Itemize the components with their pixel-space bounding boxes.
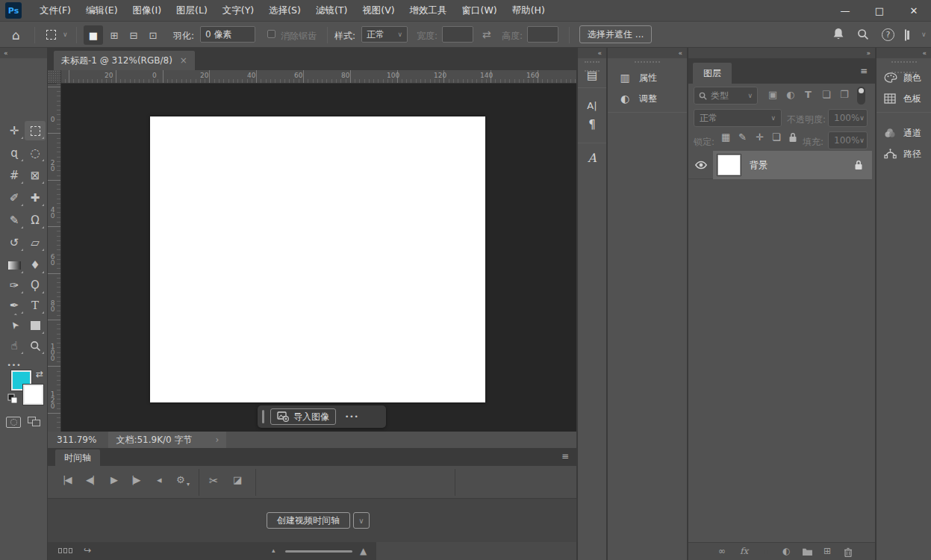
audio-mute-icon[interactable]: ◂ <box>157 474 161 485</box>
vertical-ruler[interactable]: 0 20 40 60 80 100 120 <box>48 84 61 432</box>
zoom-level-field[interactable]: 311.79% <box>57 435 96 445</box>
taskbar-grip-handle[interactable] <box>262 410 264 423</box>
zoom-in-mountain-icon[interactable]: ▲ <box>360 546 367 556</box>
layer-filter-select[interactable]: 类型 ∨ <box>694 87 758 105</box>
horizontal-ruler[interactable]: 20 0 20 40 60 80 100 120 140 160 <box>61 70 576 84</box>
menu-help[interactable]: 帮助(H) <box>505 0 552 21</box>
move-tool[interactable]: ✛ <box>4 121 25 140</box>
rectangle-tool[interactable] <box>25 316 46 335</box>
timeline-menu-icon[interactable]: ≡ <box>561 451 569 461</box>
glyphs-panel-icon[interactable]: A <box>578 148 606 167</box>
antialias-checkbox[interactable] <box>267 30 275 38</box>
lock-transparent-pixels-icon[interactable]: ▦ <box>721 131 730 143</box>
previous-frame-icon[interactable]: ◀| <box>86 474 93 485</box>
filter-adjustment-icon[interactable]: ◐ <box>786 89 794 100</box>
canvas[interactable] <box>150 116 485 402</box>
ruler-origin-corner[interactable] <box>48 70 61 84</box>
home-icon[interactable]: ⌂ <box>12 28 20 43</box>
layer-style-fx-icon[interactable]: fx <box>740 546 748 556</box>
layer-thumbnail[interactable] <box>717 155 741 175</box>
history-brush-tool[interactable]: ↺ <box>4 233 25 252</box>
zoom-out-mountain-icon[interactable]: ▴ <box>272 547 275 554</box>
add-to-selection-mode-icon[interactable]: ⊞ <box>105 25 124 45</box>
character-panel-icon[interactable]: A| <box>578 96 606 115</box>
default-colors-icon[interactable] <box>7 393 18 404</box>
crop-tool[interactable]: # <box>4 166 25 185</box>
document-tab-close-icon[interactable]: × <box>180 55 187 66</box>
menu-plugins[interactable]: 增效工具 <box>402 0 455 21</box>
lock-all-icon[interactable] <box>788 132 797 143</box>
menu-layer[interactable]: 图层(L) <box>169 0 215 21</box>
layers-tab[interactable]: 图层 <box>693 63 732 84</box>
brush-tool[interactable]: ✎ <box>4 211 25 230</box>
filter-type-icon[interactable]: T <box>805 89 812 100</box>
frame-tool[interactable]: ⊠ <box>25 166 46 185</box>
color-panel-button[interactable]: 颜色 <box>876 67 931 88</box>
libraries-panel-icon[interactable]: ▤ <box>578 66 606 85</box>
hand-tool[interactable]: ☝ <box>4 336 25 355</box>
menu-type[interactable]: 文字(Y) <box>215 0 261 21</box>
subtract-from-selection-mode-icon[interactable]: ⊟ <box>124 25 143 45</box>
quick-mask-icon[interactable] <box>6 417 21 428</box>
adjustments-panel-button[interactable]: ◐ 调整 <box>608 88 687 109</box>
toolbar-collapse-chevron[interactable]: « <box>0 48 47 58</box>
intersect-selection-mode-icon[interactable]: ⊡ <box>143 25 163 45</box>
split-scissors-icon[interactable]: ✂ <box>209 474 219 488</box>
timeline-settings-gear-icon[interactable]: ⚙ <box>176 474 185 485</box>
taskbar-more-icon[interactable]: ••• <box>345 413 359 420</box>
filter-smart-object-icon[interactable]: ❐ <box>840 89 849 100</box>
tool-preset-icon[interactable] <box>46 30 56 40</box>
paths-panel-button[interactable]: 路径 <box>876 143 931 164</box>
dock-collapse-chevron[interactable]: « <box>578 48 606 58</box>
swatches-panel-button[interactable]: 色板 <box>876 88 931 109</box>
create-video-timeline-button[interactable]: 创建视频时间轴 <box>267 512 350 529</box>
new-layer-icon[interactable]: ⊞ <box>823 546 831 556</box>
menu-filter[interactable]: 滤镜(T) <box>308 0 355 21</box>
status-chevron-icon[interactable]: › <box>216 435 219 445</box>
go-to-first-frame-icon[interactable]: |◀ <box>63 474 70 485</box>
new-selection-mode-icon[interactable]: ■ <box>84 25 103 45</box>
lock-artboard-icon[interactable]: ❏ <box>772 131 781 143</box>
swap-colors-icon[interactable]: ⇄ <box>36 369 43 379</box>
gear-chevron-icon[interactable]: ▾ <box>187 481 190 488</box>
menu-edit[interactable]: 编辑(E) <box>78 0 125 21</box>
gradient-tool[interactable] <box>4 255 25 275</box>
type-tool[interactable]: T <box>25 296 46 315</box>
eraser-tool[interactable]: ▱ <box>25 233 46 252</box>
search-icon[interactable] <box>857 28 869 40</box>
blend-mode-select[interactable]: 正常 ∨ <box>694 109 782 127</box>
import-image-button[interactable]: 导入图像 <box>270 408 336 425</box>
dodge-tool[interactable]: Ϙ <box>25 276 46 295</box>
tool-preset-chevron-icon[interactable]: ∨ <box>63 31 68 38</box>
clone-stamp-tool[interactable]: Ω <box>25 211 46 230</box>
dock-collapse-chevron[interactable]: « <box>876 48 931 58</box>
select-and-mask-button[interactable]: 选择并遮住 ... <box>579 25 652 43</box>
menu-image[interactable]: 图像(I) <box>125 0 169 21</box>
dock-collapse-chevron[interactable]: « <box>608 48 687 58</box>
properties-panel-button[interactable]: ▥ 属性 <box>608 67 687 88</box>
transition-icon[interactable]: ◪ <box>233 474 242 485</box>
rectangular-marquee-tool[interactable] <box>25 121 46 140</box>
width-input[interactable] <box>442 26 473 43</box>
timeline-tab[interactable]: 时间轴 <box>55 449 100 466</box>
close-button[interactable]: ✕ <box>897 0 931 21</box>
next-frame-icon[interactable]: |▶ <box>131 474 139 485</box>
menu-window[interactable]: 窗口(W) <box>455 0 505 21</box>
filter-shape-icon[interactable]: ❏ <box>822 89 831 100</box>
create-timeline-chevron-button[interactable]: ∨ <box>353 512 370 529</box>
channels-panel-button[interactable]: 通道 <box>876 122 931 143</box>
play-icon[interactable]: ▶ <box>110 474 116 485</box>
height-input[interactable] <box>527 26 558 43</box>
delete-layer-trash-icon[interactable] <box>844 547 853 557</box>
layers-panel-menu-icon[interactable]: ≡ <box>860 66 868 76</box>
menu-select[interactable]: 选择(S) <box>261 0 308 21</box>
mixer-brush-tool[interactable]: ✑ <box>4 276 25 295</box>
swap-width-height-icon[interactable]: ⇄ <box>482 28 491 40</box>
help-icon[interactable]: ? <box>882 28 894 41</box>
background-color-swatch[interactable] <box>23 385 43 405</box>
screen-mode-icon[interactable] <box>28 417 43 428</box>
lock-position-icon[interactable]: ✛ <box>756 131 764 143</box>
document-tab[interactable]: 未标题-1 @ 312%(RGB/8) × <box>54 51 195 70</box>
workspace-chevron-icon[interactable]: ∨ <box>921 31 927 38</box>
maximize-button[interactable]: □ <box>862 0 897 21</box>
